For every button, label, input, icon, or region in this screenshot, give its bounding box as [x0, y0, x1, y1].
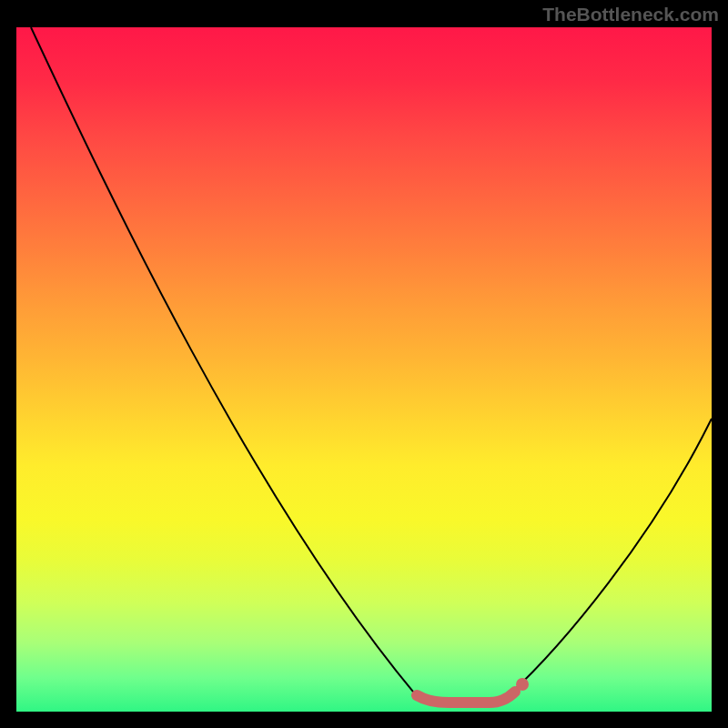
optimal-zone-endpoint [516, 678, 529, 691]
watermark-text: TheBottleneck.com [542, 4, 719, 25]
chart-container: TheBottleneck.com [0, 0, 728, 728]
curve-svg [16, 27, 712, 712]
plot-area [16, 27, 712, 712]
optimal-zone-marker [417, 692, 515, 703]
bottleneck-curve [31, 27, 712, 703]
